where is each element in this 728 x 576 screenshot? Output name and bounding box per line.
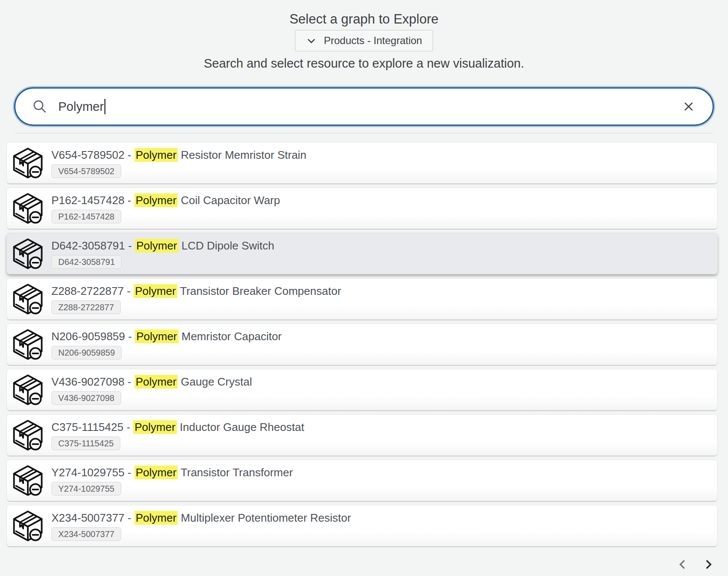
- result-title-suffix: Transistor Breaker Compensator: [177, 285, 341, 297]
- search-value: Polymer: [58, 100, 104, 114]
- package-minus-icon: [12, 509, 44, 543]
- result-row[interactable]: C375-1115425 - Polymer Inductor Gauge Rh…: [6, 414, 718, 456]
- result-id-badge: Z288-2722877: [51, 300, 121, 314]
- result-title-suffix: Transistor Transformer: [178, 466, 293, 479]
- graph-selector-row: Products - Integration: [0, 30, 728, 51]
- result-row[interactable]: P162-1457428 - Polymer Coil Capacitor Wa…: [6, 187, 718, 229]
- result-title-prefix: C375-1115425 -: [51, 421, 133, 433]
- result-title-highlight: Polymer: [134, 511, 178, 525]
- result-text-block: D642-3058791 - Polymer LCD Dipole Switch…: [51, 239, 274, 269]
- result-title-prefix: X234-5007377 -: [51, 511, 134, 524]
- text-cursor: [104, 99, 105, 114]
- divider: [15, 133, 713, 134]
- next-page-button[interactable]: [701, 558, 715, 571]
- result-text-block: P162-1457428 - Polymer Coil Capacitor Wa…: [51, 193, 280, 223]
- result-title-prefix: Z288-2722877 -: [51, 285, 134, 297]
- result-id-badge: Y274-1029755: [51, 482, 121, 496]
- result-title-suffix: Gauge Crystal: [178, 375, 252, 388]
- result-title-highlight: Polymer: [134, 466, 178, 479]
- package-minus-icon: [12, 146, 44, 180]
- result-title-highlight: Polymer: [135, 330, 178, 343]
- graph-selector-dropdown[interactable]: Products - Integration: [295, 30, 433, 51]
- result-text-block: V654-5789502 - Polymer Resistor Memristo…: [51, 148, 307, 178]
- result-id-badge: P162-1457428: [51, 210, 121, 223]
- result-title-suffix: Multiplexer Potentiometer Resistor: [178, 511, 351, 524]
- page-title: Select a graph to Explore: [0, 0, 728, 27]
- page-subtitle: Search and select resource to explore a …: [0, 56, 728, 71]
- result-text-block: X234-5007377 - Polymer Multiplexer Poten…: [51, 511, 351, 541]
- package-minus-icon: [12, 327, 44, 362]
- result-title-suffix: Coil Capacitor Warp: [178, 194, 280, 207]
- result-id-badge: X234-5007377: [51, 527, 121, 541]
- result-title-prefix: D642-3058791 -: [51, 239, 135, 252]
- result-title: V654-5789502 - Polymer Resistor Memristo…: [51, 148, 307, 162]
- result-title-highlight: Polymer: [134, 148, 178, 162]
- result-title-prefix: N206-9059859 -: [51, 330, 135, 343]
- result-title: V436-9027098 - Polymer Gauge Crystal: [51, 375, 252, 389]
- result-row[interactable]: X234-5007377 - Polymer Multiplexer Poten…: [6, 505, 718, 546]
- result-text-block: Z288-2722877 - Polymer Transistor Breake…: [51, 284, 341, 314]
- result-title-prefix: V436-9027098 -: [51, 375, 134, 388]
- result-id-badge: C375-1115425: [51, 436, 120, 450]
- result-title-suffix: Memristor Capacitor: [179, 330, 282, 343]
- chevron-down-icon: [306, 35, 317, 46]
- prev-page-button[interactable]: [676, 558, 689, 571]
- result-title: N206-9059859 - Polymer Memristor Capacit…: [51, 330, 282, 343]
- package-minus-icon: [12, 373, 44, 407]
- package-minus-icon: [12, 191, 44, 226]
- result-title: Y274-1029755 - Polymer Transistor Transf…: [51, 466, 293, 479]
- result-title-highlight: Polymer: [134, 375, 178, 389]
- result-title-suffix: Inductor Gauge Rheostat: [177, 421, 304, 433]
- result-row[interactable]: D642-3058791 - Polymer LCD Dipole Switch…: [6, 233, 718, 274]
- chevron-right-icon: [701, 558, 715, 571]
- graph-selector-label: Products - Integration: [324, 35, 422, 47]
- result-row[interactable]: N206-9059859 - Polymer Memristor Capacit…: [6, 324, 718, 365]
- result-id-badge: V654-5789502: [51, 164, 121, 178]
- result-title-suffix: LCD Dipole Switch: [179, 239, 274, 252]
- result-title-suffix: Resistor Memristor Strain: [178, 148, 307, 161]
- result-title-prefix: Y274-1029755 -: [51, 466, 134, 479]
- result-title-highlight: Polymer: [133, 420, 176, 434]
- results-list: V654-5789502 - Polymer Resistor Memristo…: [6, 142, 718, 546]
- result-id-badge: V436-9027098: [51, 391, 121, 405]
- package-minus-icon: [12, 237, 44, 271]
- result-title-highlight: Polymer: [134, 193, 178, 207]
- result-row[interactable]: V654-5789502 - Polymer Resistor Memristo…: [6, 142, 718, 184]
- result-text-block: V436-9027098 - Polymer Gauge Crystal V43…: [51, 375, 252, 405]
- result-title-highlight: Polymer: [135, 239, 178, 252]
- package-minus-icon: [12, 418, 44, 452]
- result-text-block: C375-1115425 - Polymer Inductor Gauge Rh…: [51, 420, 304, 450]
- result-title-prefix: P162-1457428 -: [51, 194, 134, 207]
- result-title: C375-1115425 - Polymer Inductor Gauge Rh…: [51, 420, 304, 434]
- result-title: Z288-2722877 - Polymer Transistor Breake…: [51, 284, 341, 298]
- search-icon: [32, 98, 48, 115]
- result-row[interactable]: Z288-2722877 - Polymer Transistor Breake…: [6, 278, 718, 320]
- package-minus-icon: [12, 282, 44, 316]
- clear-search-button[interactable]: [680, 98, 697, 115]
- result-title: D642-3058791 - Polymer LCD Dipole Switch: [51, 239, 274, 252]
- chevron-left-icon: [676, 558, 689, 571]
- search-input[interactable]: Polymer: [14, 87, 714, 126]
- result-id-badge: D642-3058791: [51, 255, 122, 269]
- package-minus-icon: [12, 463, 44, 498]
- result-title-highlight: Polymer: [134, 284, 177, 298]
- pagination: [0, 558, 715, 571]
- result-title-prefix: V654-5789502 -: [51, 148, 134, 161]
- result-text-block: Y274-1029755 - Polymer Transistor Transf…: [51, 466, 293, 496]
- result-text-block: N206-9059859 - Polymer Memristor Capacit…: [51, 330, 282, 359]
- clear-icon: [682, 100, 695, 113]
- result-row[interactable]: V436-9027098 - Polymer Gauge Crystal V43…: [6, 369, 718, 410]
- result-id-badge: N206-9059859: [51, 346, 122, 359]
- result-title: P162-1457428 - Polymer Coil Capacitor Wa…: [51, 193, 280, 207]
- result-title: X234-5007377 - Polymer Multiplexer Poten…: [51, 511, 351, 525]
- result-row[interactable]: Y274-1029755 - Polymer Transistor Transf…: [6, 460, 718, 501]
